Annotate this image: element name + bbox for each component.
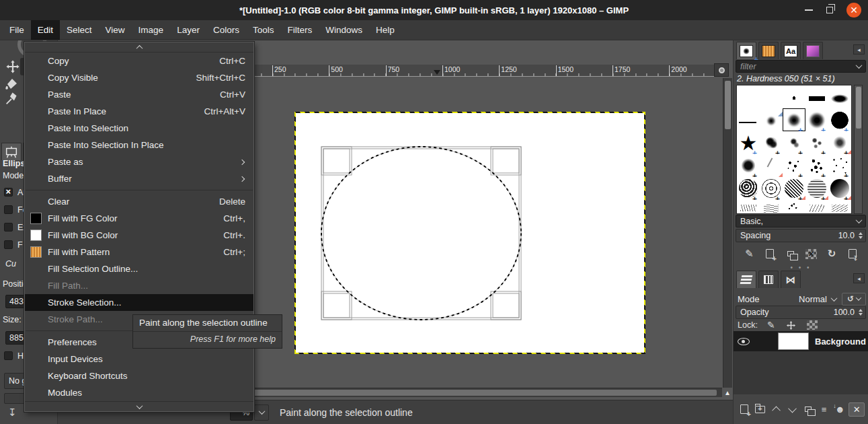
vertical-scrollbar-handle[interactable]: [725, 81, 731, 129]
brush-grid-scrollbar[interactable]: [854, 85, 863, 214]
menubar-item-view[interactable]: View: [99, 20, 132, 40]
brush-cell-sparse[interactable]: [828, 154, 851, 177]
lock-position-icon[interactable]: [786, 320, 796, 330]
brush-cell-splat-c[interactable]: [805, 131, 828, 154]
mode-dropdown[interactable]: Normal: [799, 294, 842, 304]
minimize-icon[interactable]: [805, 9, 813, 11]
brush-cell-soft-s[interactable]: [760, 108, 783, 131]
menubar-item-colors[interactable]: Colors: [206, 20, 246, 40]
menu-scroll-up[interactable]: [25, 42, 253, 52]
open-brush-as-image-icon[interactable]: [845, 246, 860, 261]
brush-cell-slash[interactable]: [760, 154, 783, 177]
brush-cell-blank[interactable]: [760, 85, 783, 108]
brush-cell-splat-d[interactable]: [828, 131, 851, 154]
brush-cell-scribble[interactable]: [737, 200, 760, 214]
menubar-item-tools[interactable]: Tools: [246, 20, 281, 40]
layer-row-background[interactable]: Background: [734, 331, 868, 351]
duplicate-layer-icon[interactable]: [801, 402, 816, 417]
color-picker-tool-button[interactable]: [3, 90, 20, 108]
menubar-item-file[interactable]: File: [3, 20, 31, 40]
edit-brush-icon[interactable]: ✎: [742, 246, 756, 261]
brush-filter-input[interactable]: filter: [736, 60, 866, 73]
menubar-item-image[interactable]: Image: [132, 20, 171, 40]
menu-item-fill-selection-outline[interactable]: Fill Selection Outline...: [25, 260, 253, 277]
menu-item-stroke-selection[interactable]: Stroke Selection...: [25, 294, 253, 311]
menubar-item-layer[interactable]: Layer: [170, 20, 206, 40]
menu-item-copy[interactable]: CopyCtrl+C: [25, 52, 253, 69]
dock-splitter-handle[interactable]: • • •: [734, 266, 868, 270]
layer-thumbnail[interactable]: [778, 332, 809, 350]
brush-cell-vine[interactable]: [828, 200, 851, 214]
spacing-spinner[interactable]: [857, 232, 864, 239]
menubar-item-edit[interactable]: Edit: [31, 20, 60, 40]
brush-cell-shade[interactable]: [828, 177, 851, 200]
maximize-icon[interactable]: [826, 7, 833, 13]
menu-item-paste-in-place[interactable]: Paste In PlaceCtrl+Alt+V: [25, 103, 253, 120]
vertical-scrollbar[interactable]: [723, 78, 732, 388]
dock-tab-menu-icon[interactable]: ◂: [853, 44, 865, 55]
new-layer-icon[interactable]: [737, 402, 752, 417]
fixed-checkbox[interactable]: F: [4, 240, 23, 250]
menubar-item-select[interactable]: Select: [60, 20, 99, 40]
menu-item-paste-into-selection[interactable]: Paste Into Selection: [25, 120, 253, 137]
new-layer-group-icon[interactable]: [753, 402, 768, 417]
opacity-slider[interactable]: Opacity 100.0: [736, 306, 866, 319]
menu-item-clear[interactable]: ClearDelete: [25, 193, 253, 210]
zoom-dropdown-button[interactable]: [254, 404, 269, 421]
brush-cell-grains[interactable]: [783, 177, 805, 200]
close-icon[interactable]: ✕: [846, 3, 861, 17]
brush-cell-confetti[interactable]: [783, 200, 805, 214]
tab-channels[interactable]: [758, 271, 779, 288]
menu-item-keyboard-shortcuts[interactable]: Keyboard Shortcuts: [25, 367, 253, 384]
menu-item-fill-with-bg-color[interactable]: Fill with BG ColorCtrl+.: [25, 227, 253, 244]
menubar-item-windows[interactable]: Windows: [319, 20, 369, 40]
brush-group-dropdown[interactable]: Basic,: [736, 215, 866, 227]
brush-cell-disc[interactable]: [828, 108, 851, 131]
menu-item-fill-path[interactable]: Fill Path...: [25, 277, 253, 294]
raise-layer-icon[interactable]: [768, 402, 783, 417]
menu-scroll-down[interactable]: [25, 401, 253, 411]
tab-layers[interactable]: [736, 271, 756, 288]
menu-item-paste-as[interactable]: Paste as: [25, 153, 253, 170]
menu-item-fill-with-fg-color[interactable]: Fill with FG ColorCtrl+,: [25, 210, 253, 227]
refresh-brushes-icon[interactable]: ↻: [824, 246, 839, 261]
menu-item-copy-visible[interactable]: Copy VisibleShift+Ctrl+C: [25, 69, 253, 86]
brush-cell-twigs[interactable]: [805, 200, 828, 214]
brush-cell-soft-l[interactable]: [805, 108, 828, 131]
tab-gradients[interactable]: [803, 42, 823, 59]
tab-paths[interactable]: ⋈: [781, 271, 801, 288]
dock-tab-menu-icon[interactable]: ◂: [853, 273, 865, 283]
canvas[interactable]: [296, 113, 644, 353]
move-tool-button[interactable]: [4, 58, 22, 75]
horizontal-scrollbar-handle[interactable]: [253, 390, 717, 396]
brush-cell-hatch[interactable]: [760, 200, 783, 214]
menu-item-input-devices[interactable]: Input Devices: [25, 351, 253, 367]
delete-layer-icon[interactable]: ✕: [849, 402, 865, 417]
visibility-toggle[interactable]: [734, 338, 754, 345]
menubar-item-help[interactable]: Help: [369, 20, 401, 40]
lock-paint-icon[interactable]: ✎: [767, 320, 775, 330]
opacity-spinner[interactable]: [857, 309, 864, 316]
brush-cell-dots[interactable]: [805, 154, 828, 177]
zoom-follow-window-button[interactable]: [714, 63, 729, 77]
highlight-checkbox[interactable]: Hi: [4, 351, 26, 361]
delete-brush-icon[interactable]: ×: [803, 246, 818, 261]
merge-layer-icon[interactable]: ≡: [817, 402, 832, 417]
navigation-corner-icon[interactable]: ▲: [723, 388, 732, 397]
brush-cell-star[interactable]: [737, 131, 760, 154]
spacing-slider[interactable]: Spacing 10.0: [736, 229, 866, 242]
tab-fonts[interactable]: Aa: [781, 42, 801, 59]
brush-cell-pebbles[interactable]: [737, 177, 760, 200]
menu-item-paste[interactable]: PasteCtrl+V: [25, 86, 253, 103]
menu-item-paste-into-selection-in-place[interactable]: Paste Into Selection In Place: [25, 137, 253, 153]
brush-cell-splat-e[interactable]: [737, 154, 760, 177]
lock-alpha-icon[interactable]: [807, 320, 818, 330]
tab-patterns[interactable]: [758, 42, 779, 59]
brush-cell-mesh[interactable]: [805, 177, 828, 200]
brush-cell-splat-b[interactable]: [783, 131, 805, 154]
new-brush-icon[interactable]: [762, 246, 777, 261]
save-tool-preset-icon[interactable]: ↧: [8, 407, 17, 419]
brush-cell-line[interactable]: [737, 108, 760, 131]
brush-cell-splat-a[interactable]: [760, 131, 783, 154]
menubar-item-filters[interactable]: Filters: [280, 20, 319, 40]
